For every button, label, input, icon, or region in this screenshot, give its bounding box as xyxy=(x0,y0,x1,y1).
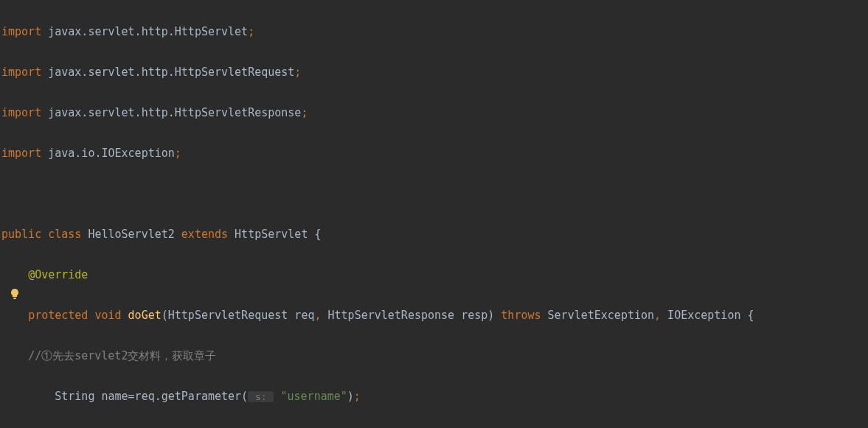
comment: //①先去servlet2交材料，获取章子 xyxy=(28,349,216,362)
method-name: doGet xyxy=(128,309,162,322)
code-line: import javax.servlet.http.HttpServletRes… xyxy=(0,103,868,124)
code-line: public class HelloServlet2 extends HttpS… xyxy=(0,225,868,245)
code-line: @Override xyxy=(0,265,868,286)
code-line: protected void doGet(HttpServletRequest … xyxy=(0,306,868,326)
code-line: //①先去servlet2交材料，获取章子 xyxy=(0,346,868,367)
string-literal: "username" xyxy=(281,390,347,403)
annotation: @Override xyxy=(28,268,88,281)
code-line: import javax.servlet.http.HttpServletReq… xyxy=(0,63,868,83)
code-line: import javax.servlet.http.HttpServlet; xyxy=(0,22,868,43)
code-line: import java.io.IOException; xyxy=(0,144,868,164)
keyword-import: import xyxy=(1,25,41,38)
code-line xyxy=(0,184,868,205)
code-editor[interactable]: import javax.servlet.http.HttpServlet; i… xyxy=(0,0,868,428)
code-line: String name=req.getParameter( s: "userna… xyxy=(0,387,868,407)
param-hint: s: xyxy=(248,391,274,402)
